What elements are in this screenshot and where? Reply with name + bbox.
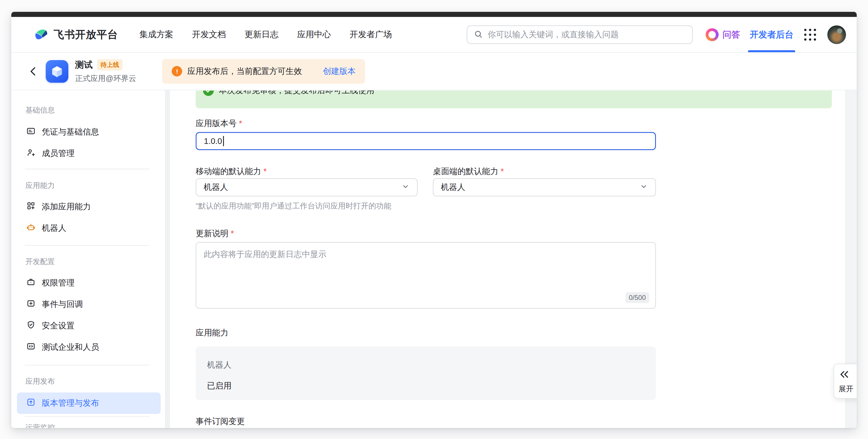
- sidebar-item-label: 事件与回调: [42, 299, 83, 310]
- success-banner-text: 本次发布免审核，提交发布后即可上线使用: [219, 91, 374, 96]
- capability-status: 已启用: [207, 380, 645, 392]
- check-circle-icon: [203, 91, 214, 96]
- search-input[interactable]: [488, 30, 686, 39]
- sidebar-resizer[interactable]: [165, 90, 170, 428]
- nav-item-integrations[interactable]: 集成方案: [140, 29, 174, 40]
- code-brackets-icon: [26, 342, 36, 353]
- app-icon: [46, 60, 68, 83]
- sidebar-section-capabilities: 应用能力: [25, 181, 165, 190]
- body-row: 基础信息 凭证与基础信息 成员管理 应用能力: [11, 90, 857, 428]
- changelog-textarea[interactable]: [204, 249, 648, 291]
- sidebar-item-members[interactable]: 成员管理: [17, 143, 161, 164]
- sidebar-item-label: 权限管理: [42, 277, 74, 289]
- chevron-down-icon: [640, 182, 648, 193]
- sidebar-section-basic-info: 基础信息: [25, 106, 165, 114]
- id-card-icon: [26, 126, 36, 138]
- desktop-capability-label: 桌面端的默认能力*: [433, 166, 504, 176]
- main-content: 本次发布免审核，提交发布后即可上线使用 应用版本号* 1.0.0 移动端的默认能…: [170, 90, 857, 428]
- user-avatar[interactable]: [827, 25, 846, 44]
- mobile-capability-select[interactable]: 机器人: [196, 178, 417, 196]
- nav-item-dev-plaza[interactable]: 开发者广场: [349, 29, 392, 40]
- sidebar-item-label: 测试企业和人员: [42, 342, 99, 353]
- qa-label: 问答: [722, 29, 740, 41]
- required-mark: *: [239, 119, 242, 128]
- sidebar-item-label: 添加应用能力: [42, 201, 91, 212]
- mobile-capability-value: 机器人: [204, 182, 228, 193]
- qa-ring-icon: [706, 28, 719, 41]
- developer-console-tab[interactable]: 开发者后台: [750, 17, 794, 52]
- sidebar-item-version-release[interactable]: 版本管理与发布: [17, 393, 161, 414]
- nav-item-docs[interactable]: 开发文档: [192, 29, 226, 40]
- required-mark: *: [264, 167, 267, 176]
- capability-name: 机器人: [207, 360, 645, 371]
- changelog-label: 更新说明*: [196, 229, 832, 238]
- sidebar-item-permissions[interactable]: 权限管理: [17, 272, 161, 294]
- publish-icon: [26, 398, 36, 409]
- global-search[interactable]: [467, 25, 693, 44]
- sidebar-divider: [25, 365, 149, 365]
- version-input[interactable]: 1.0.0: [196, 132, 656, 150]
- capability-helper-text: “默认的应用功能”即用户通过工作台访问应用时打开的功能: [196, 201, 832, 211]
- sidebar-item-test-org[interactable]: 测试企业和人员: [17, 337, 161, 358]
- nav-item-app-center[interactable]: 应用中心: [297, 29, 331, 40]
- status-badge: 待上线: [97, 59, 123, 71]
- sidebar-item-credentials[interactable]: 凭证与基础信息: [17, 121, 161, 143]
- capability-panel: 机器人 已启用: [196, 346, 656, 400]
- sidebar-item-label: 机器人: [42, 223, 66, 234]
- briefcase-icon: [26, 277, 36, 289]
- sidebar-divider: [25, 416, 149, 417]
- sidebar-section-release: 应用发布: [25, 377, 165, 385]
- events-section-title: 事件订阅变更: [196, 416, 832, 427]
- create-version-link[interactable]: 创建版本: [323, 66, 355, 77]
- sidebar: 基础信息 凭证与基础信息 成员管理 应用能力: [11, 90, 165, 428]
- chevron-down-icon: [401, 182, 410, 193]
- sidebar-item-events-callbacks[interactable]: 事件与回调: [17, 294, 161, 315]
- brand-title: 飞书开放平台: [54, 28, 118, 42]
- sidebar-divider: [25, 245, 149, 246]
- apps-grid-icon[interactable]: [804, 29, 816, 41]
- app-name: 测试: [75, 59, 93, 71]
- capability-section-title: 应用能力: [196, 327, 832, 339]
- back-button[interactable]: [27, 65, 39, 77]
- expand-label: 展开: [839, 384, 853, 394]
- feishu-logo[interactable]: 飞书开放平台: [34, 27, 118, 43]
- sidebar-item-label: 成员管理: [42, 148, 74, 159]
- alert-text: 应用发布后，当前配置方可生效: [187, 66, 302, 77]
- sidebar-item-add-capability[interactable]: 添加应用能力: [17, 196, 161, 217]
- mobile-capability-label: 移动端的默认能力*: [196, 166, 433, 176]
- active-tab-underline: [748, 50, 795, 52]
- sidebar-item-label: 凭证与基础信息: [42, 126, 99, 138]
- developer-console-label: 开发者后台: [750, 29, 794, 41]
- sidebar-item-security[interactable]: 安全设置: [17, 315, 161, 337]
- qa-link[interactable]: 问答: [706, 28, 740, 41]
- warning-icon: [172, 66, 182, 76]
- top-navigation: 飞书开放平台 集成方案 开发文档 更新日志 应用中心 开发者广场 问答 开发者后…: [11, 17, 857, 53]
- desktop-capability-value: 机器人: [441, 182, 465, 193]
- version-label: 应用版本号*: [196, 119, 832, 128]
- text-caret: [223, 136, 224, 146]
- success-banner: 本次发布免审核，提交发布后即可上线使用: [196, 91, 832, 108]
- app-subtitle: 正式应用@环界云: [75, 73, 136, 83]
- version-value: 1.0.0: [204, 137, 222, 146]
- sidebar-section-monitoring: 运营监控: [25, 423, 165, 428]
- required-mark: *: [501, 167, 504, 176]
- publish-alert-banner: 应用发布后，当前配置方可生效 创建版本: [162, 59, 365, 84]
- app-subheader: 测试 待上线 正式应用@环界云 应用发布后，当前配置方可生效 创建版本: [11, 53, 857, 90]
- robot-icon: [26, 223, 36, 234]
- char-counter: 0/500: [625, 292, 649, 303]
- sidebar-item-bot[interactable]: 机器人: [17, 217, 161, 239]
- window-titlebar: [11, 12, 857, 17]
- sidebar-item-label: 版本管理与发布: [42, 398, 99, 409]
- user-add-icon: [26, 148, 36, 159]
- desktop-capability-select[interactable]: 机器人: [433, 178, 656, 196]
- shield-check-icon: [26, 320, 36, 332]
- feishu-logo-icon: [34, 27, 49, 43]
- app-window: 飞书开放平台 集成方案 开发文档 更新日志 应用中心 开发者广场 问答 开发者后…: [11, 12, 857, 428]
- sidebar-item-label: 安全设置: [42, 320, 74, 332]
- app-meta: 测试 待上线 正式应用@环界云: [75, 59, 136, 83]
- nav-menu: 集成方案 开发文档 更新日志 应用中心 开发者广场: [140, 29, 392, 40]
- changelog-textarea-wrap: 0/500: [196, 242, 656, 309]
- sidebar-section-dev-config: 开发配置: [25, 257, 165, 266]
- expand-panel-button[interactable]: 展开: [834, 364, 857, 399]
- nav-item-changelog[interactable]: 更新日志: [245, 29, 278, 40]
